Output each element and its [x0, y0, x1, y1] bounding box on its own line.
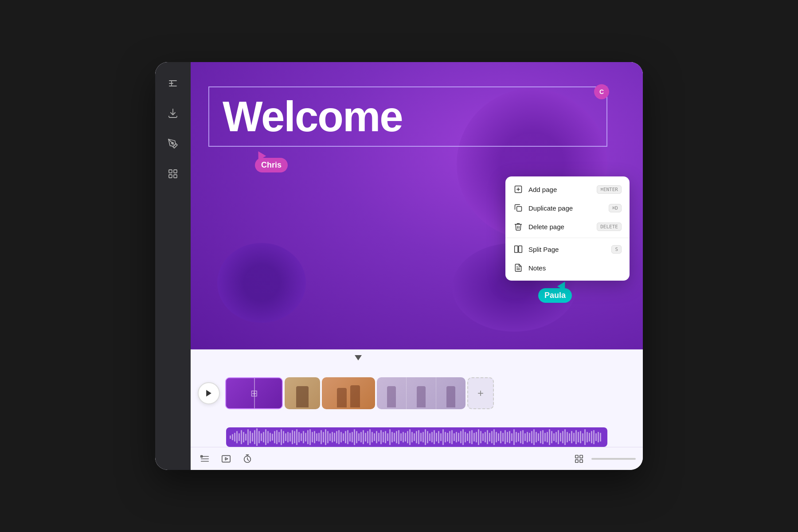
svg-rect-7 [515, 246, 518, 253]
sidebar-draw-tool[interactable] [165, 136, 181, 152]
zoom-slider[interactable] [591, 458, 636, 460]
waveform-bar [376, 431, 377, 443]
waveform-bar [584, 429, 586, 445]
svg-marker-11 [206, 390, 211, 396]
menu-item-notes[interactable]: Notes [505, 258, 630, 277]
waveform-bar [383, 432, 384, 442]
waveform-bar [553, 433, 555, 441]
waveform-bar [458, 433, 459, 442]
waveform-bar [598, 432, 599, 442]
playhead-bar [191, 350, 643, 360]
clip-purple[interactable]: ⊞ [225, 377, 283, 409]
waveform-bar [327, 431, 329, 443]
waveform-bar [431, 432, 433, 442]
waveform-bar [567, 432, 568, 442]
waveform-bar [374, 433, 375, 441]
waveform-bar [267, 431, 269, 443]
menu-item-delete-page[interactable]: Delete page DELETE [505, 217, 630, 236]
waveform-bar [429, 433, 430, 441]
waveform-bar [338, 430, 340, 444]
menu-item-add-page[interactable]: Add page ⌘ENTER [505, 180, 630, 199]
waveform-bar [527, 432, 528, 442]
clip-person1[interactable] [285, 377, 320, 409]
waveform-bar [298, 432, 300, 442]
sidebar-apps-tool[interactable] [165, 166, 181, 182]
timer-icon[interactable] [240, 452, 254, 466]
waveform-bar [380, 430, 382, 444]
waveform-bar [555, 432, 557, 442]
waveform-bar [405, 433, 406, 442]
waveform-bar [234, 433, 235, 442]
waveform-bar [343, 433, 344, 441]
waveform-bar [270, 433, 271, 442]
waveform-bar [252, 433, 253, 442]
waveform-bar [493, 429, 495, 445]
canvas-area[interactable]: Welcome C Chris Paula Add page [191, 62, 643, 349]
context-menu: Add page ⌘ENTER Duplicate page ⌘D Delete… [505, 176, 630, 281]
play-button[interactable] [198, 382, 220, 404]
waveform-bar [422, 432, 424, 442]
waveform-bar [418, 430, 419, 444]
menu-item-split-page[interactable]: Split Page S [505, 240, 630, 258]
waveform-bar [400, 433, 402, 441]
waveform-bar [489, 433, 490, 442]
timeline-view-icon[interactable] [198, 452, 212, 466]
waveform-bar [456, 432, 457, 442]
waveform-bar [538, 433, 539, 441]
waveform-bar [454, 433, 455, 441]
delete-page-shortcut: DELETE [597, 223, 622, 231]
bg-blob-3 [217, 243, 306, 323]
timeline-tracks: ⊞ [191, 360, 643, 426]
waveform-bar [358, 433, 360, 441]
svg-marker-14 [225, 458, 228, 460]
waveform-bar [409, 429, 411, 445]
audio-waveform-track[interactable]: // Generate waveform bars inline (functi… [226, 427, 607, 447]
waveform-bar [600, 433, 601, 442]
waveform-bar [518, 433, 519, 442]
clips-row: ⊞ [225, 377, 636, 409]
waveform-bar [389, 429, 391, 445]
waveform-bar [258, 431, 260, 443]
sidebar-download-tool[interactable] [165, 106, 181, 121]
waveform-bar [593, 430, 595, 444]
menu-item-duplicate-page[interactable]: Duplicate page ⌘D [505, 199, 630, 217]
add-clip-button[interactable]: + [467, 377, 494, 409]
waveform-bar [314, 431, 315, 443]
waveform-bar [549, 429, 550, 445]
waveform-bar [516, 432, 517, 442]
grid-view-icon[interactable] [572, 452, 586, 466]
waveform-bar [278, 432, 280, 442]
waveform-bar [416, 431, 417, 443]
waveform-bar [323, 432, 324, 442]
waveform-bar [356, 431, 357, 443]
waveform-bar [403, 432, 404, 442]
waveform-bar [569, 433, 570, 441]
waveform-bar [562, 431, 563, 443]
waveform-bar [420, 433, 422, 442]
waveform-bar [245, 434, 246, 441]
waveform-bar [329, 433, 331, 441]
waveform-bar [471, 430, 473, 444]
waveform-bar [571, 431, 572, 443]
waveform-bar [425, 429, 426, 445]
main-content: Welcome C Chris Paula Add page [191, 62, 643, 470]
sidebar-text-tool[interactable] [165, 75, 181, 91]
preview-icon[interactable] [219, 452, 233, 466]
waveform-bar [396, 431, 397, 443]
waveform-bar [276, 430, 278, 444]
waveform-bar [476, 432, 477, 442]
waveform-bar [241, 430, 242, 444]
waveform-bar [309, 429, 311, 445]
waveform-bar [502, 433, 504, 442]
waveform-bar [296, 429, 297, 445]
waveform-bar [232, 434, 233, 440]
waveform-bar [578, 432, 579, 442]
welcome-text-box[interactable]: Welcome [208, 86, 607, 147]
waveform-bar [462, 429, 464, 445]
waveform-bar [522, 430, 524, 444]
clip-person2[interactable] [322, 377, 375, 409]
clip-person3[interactable] [377, 377, 466, 409]
waveform-bar [414, 433, 415, 441]
waveform-bar [564, 429, 566, 445]
waveform-bar [247, 429, 249, 445]
